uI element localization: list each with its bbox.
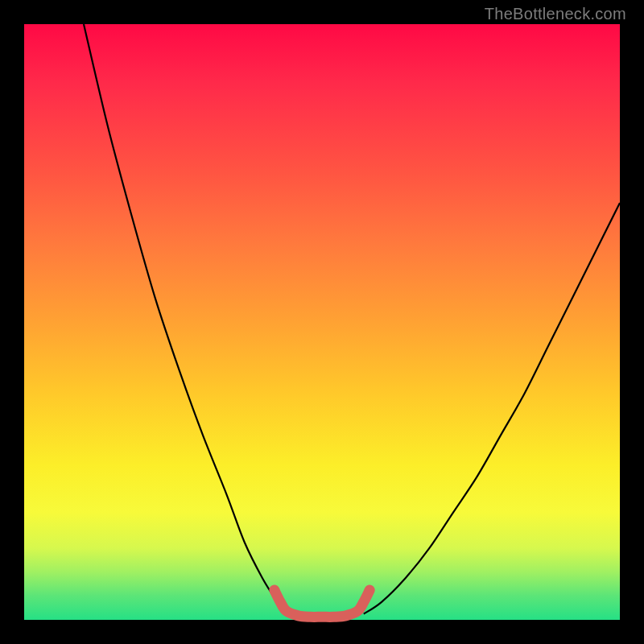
curve-layer: [24, 24, 620, 620]
right-curve: [364, 203, 620, 614]
highlight-trough: [275, 590, 369, 617]
plot-area: [24, 24, 620, 620]
chart-frame: TheBottleneck.com: [0, 0, 644, 644]
left-curve: [84, 24, 287, 614]
watermark-text: TheBottleneck.com: [485, 5, 626, 23]
